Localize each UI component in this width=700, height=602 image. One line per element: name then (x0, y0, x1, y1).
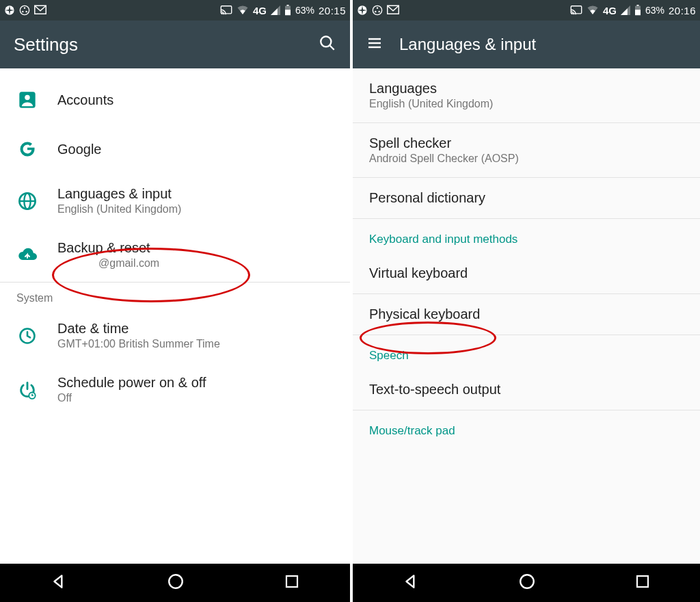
battery-percent: 63% (295, 5, 314, 16)
cast-icon (220, 5, 232, 15)
svg-point-37 (520, 575, 534, 588)
phone-right: 4G 63% 20:16 Languages & input Languages… (350, 0, 700, 602)
settings-item-title: Languages & input (57, 186, 336, 202)
item-sub: Android Spell Checker (AOSP) (369, 153, 684, 165)
settings-item-title: Schedule power on & off (57, 375, 336, 391)
item-title: Spell checker (369, 135, 684, 151)
appbar: Settings (0, 21, 350, 68)
clock-icon (16, 326, 38, 345)
item-title: Physical keyboard (369, 306, 684, 322)
svg-point-21 (169, 575, 183, 588)
svg-rect-8 (286, 5, 288, 6)
mail-icon (34, 5, 46, 16)
settings-list: Accounts Google Languages & input Englis… (0, 68, 350, 564)
svg-point-2 (24, 7, 25, 8)
lang-input-list: Languages English (United Kingdom) Spell… (353, 68, 700, 564)
svg-rect-31 (636, 5, 638, 6)
section-system-label: System (0, 282, 350, 309)
phone-left: 4G 63% 20:15 Settings Accounts (0, 0, 350, 602)
settings-item-schedule-power[interactable]: Schedule power on & off Off (0, 363, 350, 417)
status-clock: 20:15 (319, 5, 346, 16)
settings-item-backup-reset[interactable]: Backup & reset @gmail.com (0, 228, 350, 282)
globe-icon (16, 192, 38, 211)
wifi-icon (587, 5, 599, 15)
svg-point-30 (571, 13, 573, 14)
svg-point-24 (373, 5, 381, 14)
status-bar: 4G 63% 20:16 (353, 0, 700, 21)
settings-item-languages-input[interactable]: Languages & input English (United Kingdo… (0, 174, 350, 228)
signal-icon (621, 5, 630, 15)
battery-icon (634, 5, 641, 16)
wifi-icon (237, 5, 249, 15)
svg-point-7 (221, 13, 223, 14)
nav-recents-icon[interactable] (284, 573, 300, 592)
settings-item-title: Google (57, 142, 336, 157)
nav-home-icon[interactable] (518, 573, 536, 593)
item-title: Text-to-speech output (369, 382, 684, 397)
item-spell-checker[interactable]: Spell checker Android Spell Checker (AOS… (353, 123, 700, 178)
nav-back-icon[interactable] (50, 573, 68, 593)
settings-item-sub: @gmail.com (57, 257, 336, 270)
power-schedule-icon (16, 380, 38, 400)
network-4g-label: 4G (253, 5, 267, 16)
svg-point-4 (25, 11, 27, 12)
settings-item-title: Accounts (57, 92, 336, 108)
item-virtual-keyboard[interactable]: Virtual keyboard (353, 253, 700, 294)
settings-item-sub: GMT+01:00 British Summer Time (57, 338, 336, 350)
settings-item-accounts[interactable]: Accounts (0, 75, 350, 125)
item-languages[interactable]: Languages English (United Kingdom) (353, 68, 700, 123)
page-title: Settings (14, 34, 78, 55)
battery-percent: 63% (645, 5, 664, 16)
svg-point-3 (22, 11, 23, 12)
category-keyboard: Keyboard and input methods (353, 219, 700, 253)
dots-circle-icon (372, 5, 383, 16)
mail-icon (387, 5, 399, 16)
dots-circle-icon (19, 5, 30, 16)
signal-icon (271, 5, 280, 15)
status-bar: 4G 63% 20:15 (0, 0, 350, 21)
google-icon (16, 140, 38, 159)
item-title: Virtual keyboard (369, 265, 684, 281)
svg-rect-33 (635, 10, 641, 15)
search-icon[interactable] (319, 34, 336, 55)
settings-item-date-time[interactable]: Date & time GMT+01:00 British Summer Tim… (0, 309, 350, 363)
item-title: Languages (369, 81, 684, 96)
item-sub: English (United Kingdom) (369, 98, 684, 110)
category-speech: Speech (353, 335, 700, 369)
page-title: Languages & input (399, 35, 536, 54)
camera-icon (357, 5, 368, 16)
battery-icon (284, 5, 291, 16)
settings-item-title: Backup & reset (57, 240, 336, 256)
svg-rect-10 (285, 10, 291, 15)
nav-home-icon[interactable] (167, 573, 185, 593)
item-personal-dictionary[interactable]: Personal dictionary (353, 178, 700, 219)
accounts-icon (16, 90, 38, 109)
status-clock: 20:16 (669, 5, 696, 16)
svg-rect-38 (637, 576, 648, 587)
hamburger-icon[interactable] (366, 35, 383, 54)
backup-icon (16, 247, 38, 263)
cast-icon (570, 5, 582, 15)
nav-recents-icon[interactable] (634, 573, 651, 592)
svg-point-26 (375, 11, 376, 12)
svg-line-12 (329, 45, 334, 50)
svg-rect-22 (286, 576, 297, 587)
android-navbar (353, 564, 700, 602)
appbar: Languages & input (353, 21, 700, 68)
svg-point-11 (321, 36, 331, 47)
settings-item-sub: English (United Kingdom) (57, 203, 336, 215)
item-tts-output[interactable]: Text-to-speech output (353, 369, 700, 410)
svg-point-25 (377, 7, 378, 8)
android-navbar (0, 564, 350, 602)
nav-back-icon[interactable] (402, 573, 420, 593)
category-mouse: Mouse/track pad (353, 410, 700, 445)
network-4g-label: 4G (603, 5, 617, 16)
item-physical-keyboard[interactable]: Physical keyboard (353, 294, 700, 335)
svg-point-14 (25, 95, 29, 100)
settings-item-google[interactable]: Google (0, 125, 350, 174)
svg-point-1 (20, 5, 29, 14)
settings-item-sub: Off (57, 392, 336, 404)
camera-icon (4, 5, 15, 16)
item-title: Personal dictionary (369, 190, 684, 206)
svg-point-27 (378, 11, 379, 12)
